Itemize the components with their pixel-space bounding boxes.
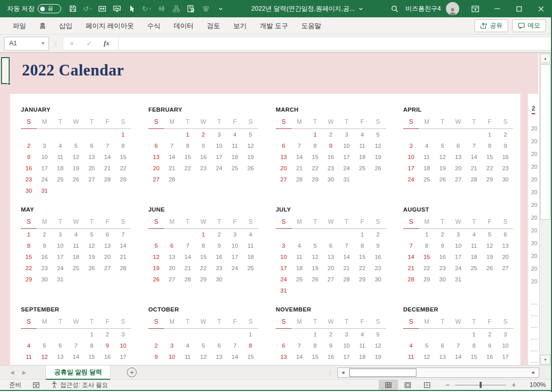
day-cell: 9: [196, 140, 212, 151]
day-cell: 19: [482, 251, 497, 263]
zoom-slider[interactable]: [455, 385, 506, 385]
search-button[interactable]: [386, 0, 404, 17]
account-name[interactable]: 비즈폼친구4: [406, 5, 441, 13]
zoom-in-button[interactable]: +: [508, 381, 519, 389]
sheet-tab-holiday-calendar[interactable]: 공휴일 알림 달력: [45, 365, 111, 380]
vertical-scrollbar-thumb[interactable]: [540, 64, 550, 220]
autosave-toggle-pill[interactable]: 끔: [38, 4, 61, 13]
day-cell: 9: [323, 140, 339, 151]
fill-handle[interactable]: [8, 82, 11, 85]
day-cell: 30: [323, 174, 339, 185]
day-cell: 13: [84, 151, 99, 163]
ribbon-tab-home[interactable]: 홈: [33, 17, 52, 34]
distribute-horizontal-button[interactable]: [154, 0, 169, 17]
accessibility-status[interactable]: 접근성: 조사 필요: [51, 381, 108, 389]
next-sheet-button[interactable]: ▶: [22, 370, 27, 375]
day-cell: 11: [354, 140, 370, 151]
zoom-slider-thumb[interactable]: [480, 382, 482, 388]
day-cell: 21: [115, 251, 131, 263]
day-cell: 12: [419, 351, 435, 362]
scroll-right-button[interactable]: ▶: [529, 368, 539, 377]
day-cell: 17: [338, 151, 354, 163]
close-button[interactable]: [530, 0, 552, 17]
day-cell: 3: [227, 229, 243, 240]
week-row: 24252627282930: [403, 174, 513, 185]
ribbon-tab-file[interactable]: 파일: [6, 17, 33, 34]
macro-button[interactable]: [183, 0, 198, 17]
scroll-up-button[interactable]: ▲: [540, 54, 550, 63]
add-sheet-button[interactable]: +: [127, 368, 137, 377]
worksheet[interactable]: 2022 Calendar JANUARYSMTWTFS123456789101…: [0, 53, 552, 365]
screen-capture-button[interactable]: [110, 0, 124, 17]
comments-button[interactable]: 메모: [512, 19, 546, 32]
ribbon-display-options-button[interactable]: [464, 0, 486, 17]
ribbon-tab-data[interactable]: 데이터: [167, 17, 200, 34]
day-cell: 19: [243, 151, 258, 163]
day-cell: 11: [68, 240, 84, 251]
document-title[interactable]: 2022년 달력(연간일정,원페이지,공...: [228, 5, 386, 13]
week-row: 3456789: [403, 140, 513, 151]
ribbon-tab-developer[interactable]: 개발 도구: [253, 17, 295, 34]
holiday-list-item: 20: [531, 189, 537, 195]
day-cell: 15: [307, 151, 323, 163]
ribbon-tab-help[interactable]: 도움말: [295, 17, 328, 34]
weekday-header-row: SMTWTFS: [148, 316, 258, 329]
empty-day-cell: [115, 185, 131, 196]
day-cell: 24: [338, 163, 354, 174]
empty-day-cell: [211, 174, 227, 185]
macro-record-button[interactable]: [33, 382, 40, 388]
customize-qat-button[interactable]: [213, 0, 228, 17]
redo-button[interactable]: ↻: [139, 0, 154, 17]
horizontal-scrollbar[interactable]: ◀ ▶: [337, 368, 539, 378]
insert-function-button[interactable]: fx: [98, 39, 115, 47]
zoom-level[interactable]: 100%: [522, 381, 546, 388]
formula-input[interactable]: [119, 37, 551, 50]
cancel-button[interactable]: ×: [63, 40, 81, 47]
empty-day-cell: [243, 274, 258, 285]
day-cell: 11: [243, 240, 258, 251]
chevron-down-icon[interactable]: ▼: [41, 41, 45, 46]
week-row: 6789101112: [148, 140, 258, 151]
day-cell: 4: [68, 229, 84, 240]
day-cell: 4: [243, 229, 258, 240]
search-icon: [391, 5, 399, 13]
align-center-button[interactable]: [198, 0, 213, 17]
empty-day-cell: [243, 174, 258, 185]
switch-windows-button[interactable]: [95, 0, 110, 17]
ribbon-tab-view[interactable]: 보기: [227, 17, 253, 34]
zoom-out-button[interactable]: −: [442, 381, 453, 389]
autosave-toggle[interactable]: 자동 저장 끔: [7, 4, 61, 13]
day-cell: 18: [292, 263, 307, 274]
normal-view-button[interactable]: [379, 380, 398, 390]
page-layout-view-button[interactable]: [398, 380, 417, 390]
ribbon-tab-review[interactable]: 검토: [200, 17, 227, 34]
weekday-label: T: [180, 116, 196, 129]
scroll-down-button[interactable]: ▼: [540, 355, 550, 364]
month-title: NOVEMBER: [276, 305, 386, 316]
day-cell: 13: [451, 151, 466, 163]
name-box[interactable]: A1 ▼: [4, 37, 49, 50]
ribbon-tab-insert[interactable]: 삽입: [52, 17, 79, 34]
prev-sheet-button[interactable]: ◀: [10, 370, 14, 375]
day-cell: 4: [292, 240, 307, 251]
selected-cell-a1[interactable]: [1, 57, 10, 84]
scroll-left-button[interactable]: ◀: [338, 368, 348, 377]
holiday-list-item: 20: [531, 215, 537, 221]
minimize-button[interactable]: [486, 0, 508, 17]
pointer-button[interactable]: [124, 0, 139, 17]
horizontal-scrollbar-thumb[interactable]: [349, 369, 416, 377]
share-button[interactable]: 공유: [475, 19, 508, 32]
shape-layout-button[interactable]: [169, 0, 183, 17]
page-break-preview-button[interactable]: [417, 380, 437, 390]
undo-button[interactable]: ↺: [80, 0, 95, 17]
ribbon-tab-formulas[interactable]: 수식: [141, 17, 167, 34]
vertical-scrollbar[interactable]: ▲ ▼: [539, 53, 551, 365]
scrollbar-resize-handle[interactable]: ⋮: [327, 369, 333, 376]
day-cell: 5: [37, 340, 52, 351]
ribbon-tab-page-layout[interactable]: 페이지 레이아웃: [79, 17, 141, 34]
day-cell: 18: [466, 251, 482, 263]
enter-button[interactable]: ✓: [81, 40, 98, 47]
maximize-button[interactable]: [508, 0, 530, 17]
avatar[interactable]: [446, 2, 459, 15]
save-button[interactable]: [65, 0, 80, 17]
